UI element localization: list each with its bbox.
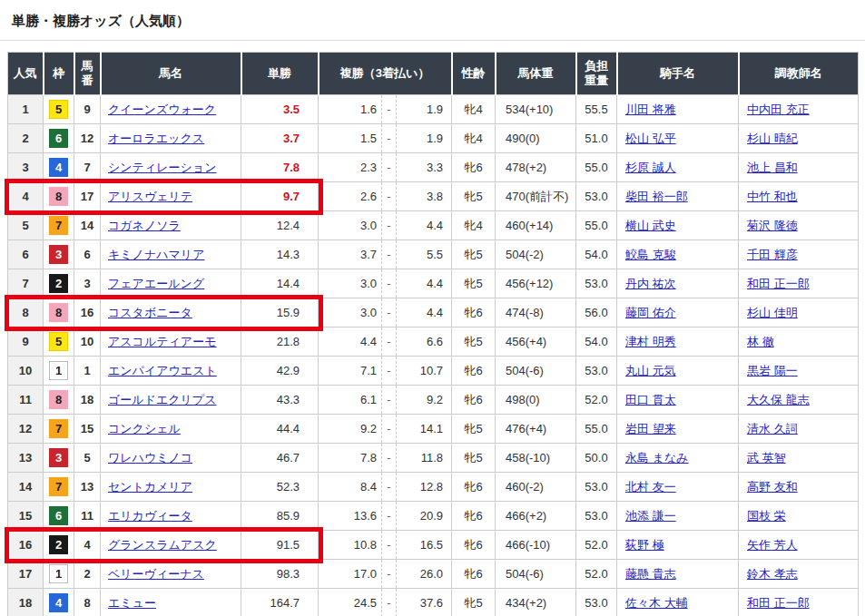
frame-cell: 1 [44,560,74,589]
table-row: 11 8 18 ゴールドエクリプス 43.3 6.1 - 9.2 牝6 498(… [8,386,859,415]
trainer-link[interactable]: 国枝 栄 [747,509,786,523]
horse-name-link[interactable]: エリカヴィータ [108,509,192,523]
horse-weight-cell: 498(0) [496,386,576,415]
jockey-link[interactable]: 川田 将雅 [625,103,676,116]
jockey-link[interactable]: 永島 まなみ [625,451,689,464]
jockey-link[interactable]: 杉原 誠人 [625,161,676,174]
frame-cell: 2 [44,269,74,298]
rank-cell: 17 [8,560,44,589]
win-odds-cell: 164.7 [241,589,319,616]
rank-cell: 10 [8,357,44,386]
trainer-cell: 池上 昌和 [739,153,859,182]
horse-number-cell: 10 [74,328,101,357]
trainer-link[interactable]: 清水 久詞 [747,422,798,435]
jockey-link[interactable]: 北村 友一 [625,480,676,494]
trainer-link[interactable]: 千田 輝彦 [747,248,798,261]
horse-name-link[interactable]: ワレハウミノコ [108,451,192,464]
jockey-link[interactable]: 田口 貫太 [625,393,676,406]
horse-name-link[interactable]: コンクシェル [108,422,181,435]
rank-cell: 9 [8,328,44,357]
trainer-link[interactable]: 杉山 佳明 [747,306,798,319]
title-divider [0,40,865,41]
jockey-link[interactable]: 佐々木 大輔 [625,596,688,610]
horse-name-link[interactable]: エミュー [108,596,156,610]
horse-number-cell: 1 [74,357,101,386]
jockey-link[interactable]: 岩田 望来 [625,422,676,435]
trainer-link[interactable]: 和田 正一郎 [747,596,810,610]
horse-name-link[interactable]: アスコルティアーモ [108,335,216,348]
horse-name-link[interactable]: オーロラエックス [108,132,204,145]
sex-age-cell: 牝5 [452,415,496,444]
trainer-link[interactable]: 和田 正一郎 [747,277,810,290]
trainer-link[interactable]: 武 英智 [747,451,786,464]
jockey-cell: 永島 まなみ [617,444,739,473]
jockey-link[interactable]: 池添 謙一 [625,509,676,523]
frame-badge: 5 [49,100,68,119]
trainer-link[interactable]: 杉山 晴紀 [747,132,798,145]
sex-age-cell: 牝6 [452,531,496,560]
horse-name-link[interactable]: グランスラムアスク [108,538,217,552]
trainer-link[interactable]: 中竹 和也 [747,190,798,203]
place-odds-high: 20.9 [397,502,452,531]
horse-name-link[interactable]: コスタボニータ [108,306,192,319]
trainer-link[interactable]: 池上 昌和 [747,161,798,174]
horse-name-link[interactable]: キミノナハマリア [108,248,204,261]
table-row: 17 1 2 ベリーヴィーナス 98.3 17.0 - 26.0 牝6 504(… [8,560,859,589]
horse-name-link[interactable]: ゴールドエクリプス [108,393,216,406]
horse-name-link[interactable]: クイーンズウォーク [108,103,216,116]
jockey-link[interactable]: 藤岡 佑介 [625,306,676,319]
trainer-link[interactable]: 鈴木 孝志 [747,567,798,581]
jockey-cell: 田口 貫太 [617,386,739,415]
load-weight-cell: 53.0 [576,473,617,502]
horse-name-link[interactable]: エンパイアウエスト [108,364,217,377]
place-odds-low: 1.5 [319,124,382,153]
jockey-link[interactable]: 鮫島 克駿 [625,248,676,261]
trainer-link[interactable]: 大久保 龍志 [747,393,810,406]
trainer-cell: 林 徹 [739,328,859,357]
trainer-link[interactable]: 菊沢 隆徳 [747,219,798,232]
horse-weight-cell: 460(+14) [496,211,576,240]
jockey-link[interactable]: 荻野 極 [625,538,664,552]
trainer-link[interactable]: 矢作 芳人 [747,538,798,552]
horse-name-link[interactable]: フェアエールング [108,277,204,290]
jockey-link[interactable]: 丹内 祐次 [625,277,676,290]
col-header-number: 馬番 [74,53,101,95]
horse-name-link[interactable]: コガネノソラ [108,219,181,232]
jockey-link[interactable]: 津村 明秀 [625,335,676,348]
load-weight-cell: 52.0 [576,531,617,560]
jockey-link[interactable]: 松山 弘平 [625,132,676,145]
trainer-cell: 国枝 栄 [739,502,859,531]
place-odds-separator: - [382,153,397,182]
jockey-link[interactable]: 柴田 裕一郎 [625,190,688,203]
place-odds-low: 1.6 [319,95,382,124]
load-weight-cell: 53.0 [576,269,617,298]
horse-name-link[interactable]: シンティレーション [108,161,216,174]
trainer-link[interactable]: 中内田 充正 [747,103,810,116]
jockey-link[interactable]: 丸山 元気 [625,364,676,377]
trainer-link[interactable]: 黒岩 陽一 [747,364,798,377]
horse-name-link[interactable]: セントカメリア [108,480,192,494]
trainer-link[interactable]: 高野 友和 [747,480,798,494]
horse-name-link[interactable]: ベリーヴィーナス [108,567,204,581]
rank-cell: 1 [8,95,44,124]
place-odds-low: 4.4 [319,328,382,357]
horse-weight-cell: 470(前計不) [496,182,576,211]
place-odds-separator: - [382,211,397,240]
col-header-weight: 馬体重 [496,53,576,95]
trainer-link[interactable]: 林 徹 [747,335,774,348]
rank-cell: 7 [8,269,44,298]
horse-name-cell: コスタボニータ [101,298,241,328]
jockey-link[interactable]: 横山 武史 [625,219,676,232]
jockey-cell: 杉原 誠人 [617,153,739,182]
place-odds-high: 9.2 [397,386,452,415]
place-odds-high: 16.5 [397,531,452,560]
table-row: 9 5 10 アスコルティアーモ 21.8 4.4 - 6.6 牝5 456(+… [8,328,859,357]
horse-name-link[interactable]: アリスヴェリテ [108,190,192,203]
jockey-cell: 柴田 裕一郎 [617,182,739,211]
jockey-link[interactable]: 藤懸 貴志 [625,567,676,581]
horse-weight-cell: 466(+2) [496,502,576,531]
col-header-sex-age: 性齢 [452,53,496,95]
horse-weight-cell: 460(-2) [496,473,576,502]
jockey-cell: 北村 友一 [617,473,739,502]
frame-badge: 8 [49,187,68,206]
